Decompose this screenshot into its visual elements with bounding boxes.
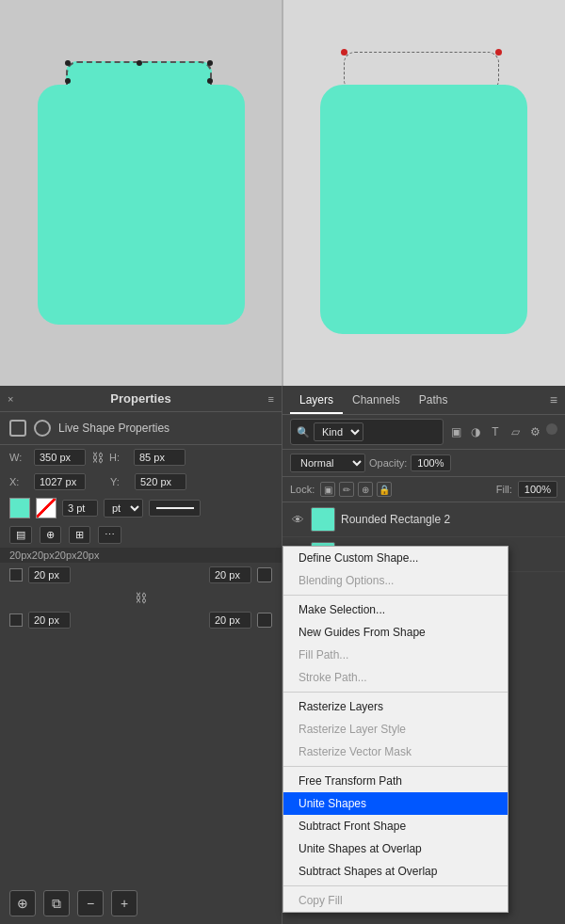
- lock-all-icon[interactable]: 🔒: [377, 482, 392, 497]
- x-label: X:: [9, 476, 28, 487]
- corner-link-icon[interactable]: ⛓: [133, 589, 150, 606]
- mask-button[interactable]: ⊕: [9, 890, 36, 916]
- tab-paths[interactable]: Paths: [410, 386, 458, 414]
- y-label: Y:: [110, 476, 129, 487]
- anchor-dot: [65, 60, 71, 66]
- y-value[interactable]: 520 px: [135, 473, 186, 490]
- panel-title: Properties: [110, 391, 170, 406]
- x-value[interactable]: 1027 px: [34, 473, 86, 490]
- smart-filter-icon[interactable]: ⚙: [526, 423, 543, 440]
- layers-search[interactable]: 🔍 Kind: [290, 419, 444, 445]
- h-label: H:: [109, 452, 128, 463]
- layers-tabs-left: Layers Channels Paths: [290, 386, 457, 414]
- lock-icons: ▣ ✏ ⊕ 🔒: [320, 482, 392, 497]
- anchor-dot-red: [495, 49, 502, 56]
- layer-eye-2[interactable]: 👁: [290, 512, 305, 527]
- blending-mode-dropdown[interactable]: Normal: [290, 454, 365, 472]
- more-dropdown[interactable]: ⋯: [98, 526, 121, 544]
- context-menu-separator: [283, 885, 508, 886]
- layers-tabs: Layers Channels Paths ≡: [282, 386, 565, 415]
- stroke-unit-dropdown[interactable]: pt px: [104, 499, 143, 518]
- align-dropdown[interactable]: ▤: [9, 526, 32, 544]
- context-menu-item[interactable]: Rasterize Layers: [283, 695, 508, 718]
- layers-panel: Layers Channels Paths ≡ 🔍 Kind ▣ ◑ T: [282, 386, 565, 572]
- panel-close-button[interactable]: ×: [8, 393, 13, 405]
- context-menu-item: Stroke Path...: [283, 666, 508, 689]
- clipboard-body-left: [38, 85, 245, 325]
- context-menu-item[interactable]: Subtract Front Shape: [283, 815, 508, 837]
- top-corners-row: 20 px 20 px: [0, 563, 282, 587]
- copy-button[interactable]: ⧉: [43, 890, 70, 916]
- anchor-dot-red: [341, 49, 347, 56]
- canvas-right: [282, 0, 565, 386]
- context-menu-item[interactable]: Make Selection...: [283, 598, 508, 621]
- h-value[interactable]: 85 px: [134, 449, 186, 466]
- shape-filter-icon[interactable]: ▱: [507, 423, 524, 440]
- fill-color-swatch[interactable]: [9, 498, 30, 518]
- fill-stroke-row: 3 pt pt px: [0, 494, 282, 522]
- anchor-dot: [65, 78, 71, 84]
- properties-panel: × Properties ≡ Live Shape Properties W: …: [0, 386, 282, 924]
- bottom-area: × Properties ≡ Live Shape Properties W: …: [0, 386, 565, 924]
- corner-tr-value[interactable]: 20 px: [209, 566, 251, 583]
- context-menu-item[interactable]: Define Custom Shape...: [283, 547, 508, 569]
- shape-ops-row: ▤ ⊕ ⊞ ⋯: [0, 522, 282, 548]
- fill-value[interactable]: 100%: [518, 481, 557, 498]
- link-row: ⛓: [0, 587, 282, 608]
- layer-name-2: Rounded Rectangle 2: [341, 513, 557, 526]
- warp-dropdown[interactable]: ⊞: [69, 526, 90, 544]
- tab-layers[interactable]: Layers: [290, 386, 343, 414]
- context-menu-item[interactable]: New Guides From Shape: [283, 621, 508, 644]
- context-menu-item: Blending Options...: [283, 569, 508, 592]
- stroke-line-style[interactable]: [149, 500, 201, 517]
- stroke-color-swatch[interactable]: [36, 498, 56, 518]
- search-icon: 🔍: [297, 426, 310, 438]
- adjust-filter-icon[interactable]: ◑: [467, 423, 484, 440]
- corner-tl-checkbox[interactable]: [9, 568, 23, 581]
- delete-button[interactable]: −: [77, 890, 104, 916]
- corner-bl-value[interactable]: 20 px: [28, 612, 71, 629]
- live-shape-label: Live Shape Properties: [58, 422, 170, 435]
- lock-label: Lock:: [290, 484, 315, 495]
- layer-item-2[interactable]: 👁 Rounded Rectangle 2: [282, 502, 565, 537]
- lock-pixels-icon[interactable]: ▣: [320, 482, 335, 497]
- corner-radius-label: 20px20px20px20px: [0, 548, 282, 563]
- layer-filter-icons: ▣ ◑ T ▱ ⚙: [447, 423, 557, 440]
- path-ops-dropdown[interactable]: ⊕: [40, 526, 61, 544]
- canvas-divider: [282, 0, 283, 386]
- live-shape-icon-circle: [34, 420, 51, 437]
- text-filter-icon[interactable]: T: [487, 423, 504, 440]
- context-menu-item[interactable]: Unite Shapes at Overlap: [283, 837, 508, 860]
- anchor-dot: [137, 60, 142, 66]
- pixel-filter-icon[interactable]: ▣: [447, 423, 464, 440]
- context-menu-item[interactable]: Subtract Shapes at Overlap: [283, 860, 508, 883]
- filter-dropdown[interactable]: Kind: [314, 422, 363, 441]
- opacity-value[interactable]: 100%: [411, 454, 450, 471]
- clipboard-shape-left: [38, 61, 245, 325]
- corner-br-value[interactable]: 20 px: [209, 612, 251, 629]
- context-menu-separator: [283, 692, 508, 693]
- corner-tl-value[interactable]: 20 px: [28, 566, 71, 583]
- canvas-area: [0, 0, 565, 386]
- layer-thumb-inner: [312, 513, 334, 531]
- add-button[interactable]: +: [111, 890, 137, 916]
- context-menu-item[interactable]: Unite Shapes: [283, 792, 508, 815]
- lock-artboard-icon[interactable]: ⊕: [358, 482, 373, 497]
- lock-position-icon[interactable]: ✏: [339, 482, 354, 497]
- stroke-line-inner: [156, 507, 194, 509]
- toggle-filter-icon[interactable]: [546, 423, 557, 435]
- stroke-width-value[interactable]: 3 pt: [62, 500, 98, 517]
- tab-channels[interactable]: Channels: [343, 386, 410, 414]
- w-value[interactable]: 350 px: [34, 449, 86, 466]
- context-menu-item[interactable]: Free Transform Path: [283, 770, 508, 792]
- clipboard-shape-right: [320, 52, 527, 334]
- layer-thumb-2: [311, 507, 335, 532]
- xy-row: X: 1027 px Y: 520 px: [0, 470, 282, 494]
- context-menu: Define Custom Shape...Blending Options..…: [282, 546, 508, 913]
- anchor-dot: [207, 78, 213, 84]
- layers-menu-icon[interactable]: ≡: [550, 392, 557, 407]
- corner-tr-icon: [257, 567, 272, 582]
- lock-row: Lock: ▣ ✏ ⊕ 🔒 Fill: 100%: [282, 477, 565, 502]
- corner-bl-checkbox[interactable]: [9, 613, 23, 627]
- panel-collapse-button[interactable]: ≡: [268, 393, 274, 405]
